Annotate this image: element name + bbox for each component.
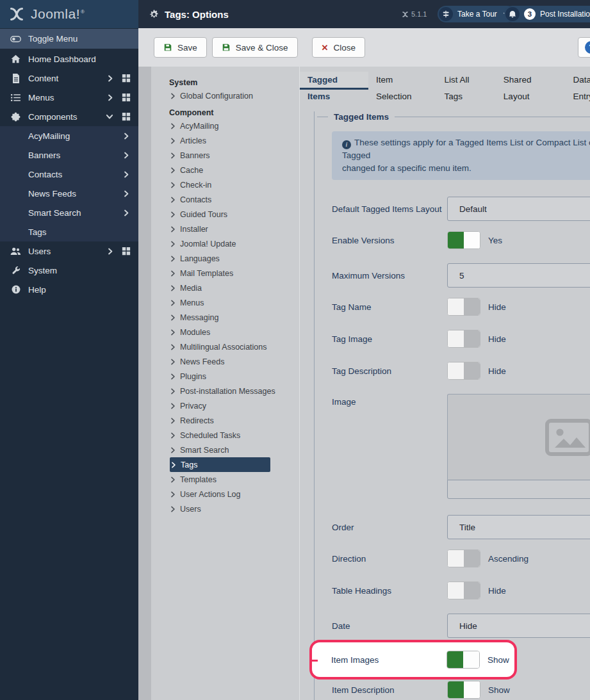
save-button[interactable]: Save [154, 37, 207, 58]
tree-item-label: Installer [180, 225, 208, 234]
tree-item-mail-templates[interactable]: Mail Templates [151, 266, 299, 281]
direction-toggle[interactable] [447, 549, 480, 567]
toggle-track [447, 651, 463, 668]
tree-item-privacy[interactable]: Privacy [151, 398, 299, 413]
sidebar-subitem-label: Tags [28, 227, 47, 237]
image-preview[interactable] [447, 394, 590, 480]
tree-item-users[interactable]: Users [151, 501, 299, 516]
tree-item-label: Global Configuration [180, 92, 253, 101]
inline-help-button[interactable]: ? [578, 37, 590, 58]
image-field [447, 394, 590, 499]
tree-item-check-in[interactable]: Check-in [151, 177, 299, 192]
sidebar-item-toggle-menu[interactable]: Toggle Menu [0, 29, 138, 49]
tree-item-plugins[interactable]: Plugins [151, 369, 299, 384]
tag-image-toggle[interactable] [447, 330, 480, 348]
tree-item-contacts[interactable]: Contacts [151, 192, 299, 207]
info-alert: iThese settings apply for a Tagged Items… [332, 131, 590, 180]
tree-item-user-actions-log[interactable]: User Actions Log [151, 487, 299, 501]
tree-item-menus[interactable]: Menus [151, 295, 299, 310]
wrench-icon [10, 266, 21, 275]
sidebar-subitem-acymailing[interactable]: AcyMailing [0, 126, 138, 145]
sidebar-subitem-label: News Feeds [28, 189, 76, 199]
tree-item-label: Scheduled Tasks [180, 431, 240, 440]
maximum-versions-input[interactable]: 5 [447, 263, 590, 288]
home-icon [10, 54, 21, 63]
chevron-right-icon [170, 476, 176, 483]
chevron-right-icon [170, 138, 176, 144]
sidebar-item-users[interactable]: Users [0, 241, 138, 261]
tab-item-selection[interactable]: Item Selection [368, 72, 436, 90]
sidebar-item-help[interactable]: Help [0, 280, 138, 299]
tree-item-languages[interactable]: Languages [151, 251, 299, 266]
toggle-track [464, 550, 480, 567]
tree-item-modules[interactable]: Modules [151, 325, 299, 339]
sidebar-subitem-smart-search[interactable]: Smart Search [0, 203, 138, 222]
toggle-state-label: Hide [488, 302, 506, 312]
tab-shared-layout[interactable]: Shared Layout [496, 72, 566, 90]
chevron-right-icon [170, 93, 176, 99]
sidebar-subitem-banners[interactable]: Banners [0, 145, 138, 165]
tab-list-all-tags[interactable]: List All Tags [436, 72, 495, 90]
sidebar-item-label: Help [28, 285, 46, 295]
order-select[interactable]: Title [447, 515, 590, 539]
tree-item-guided-tours[interactable]: Guided Tours [151, 207, 299, 222]
tag-name-toggle[interactable] [447, 298, 480, 316]
chevron-right-icon [170, 270, 176, 277]
sidebar-subitem-contacts[interactable]: Contacts [0, 165, 138, 184]
image-input[interactable] [447, 480, 590, 499]
tree-item-tags[interactable]: Tags [170, 457, 270, 472]
tree-item-redirects[interactable]: Redirects [151, 413, 299, 428]
tree-item-post-installation-messages[interactable]: Post-installation Messages [151, 384, 299, 398]
tree-item-label: Redirects [180, 416, 214, 425]
save-and-close-button[interactable]: Save & Close [212, 37, 298, 58]
tree-item-global-configuration[interactable]: Global Configuration [151, 88, 299, 103]
item-images-toggle[interactable] [447, 651, 480, 669]
field-label: Tag Image [332, 334, 447, 344]
tree-item-messaging[interactable]: Messaging [151, 310, 299, 325]
sidebar-item-components[interactable]: Components [0, 107, 138, 126]
date-select[interactable]: Hide [447, 614, 590, 638]
select-value: Hide [459, 621, 477, 631]
chevron-right-icon [170, 241, 176, 247]
table-headings-toggle[interactable] [447, 582, 480, 599]
tree-item-installer[interactable]: Installer [151, 222, 299, 236]
item-description-toggle[interactable] [447, 681, 480, 699]
tab-tagged-items[interactable]: Tagged Items [300, 72, 368, 90]
sidebar-item-home-dashboard[interactable]: Home Dashboard [0, 49, 138, 69]
post-installation-messages-button[interactable]: 3 Post Installation Messa [504, 6, 590, 22]
tree-item-label: News Feeds [180, 357, 224, 366]
field-label: Tag Name [332, 302, 447, 312]
sidebar-subitem-tags[interactable]: Tags [0, 222, 138, 241]
sidebar-item-menus[interactable]: Menus [0, 88, 138, 107]
sidebar-subitem-news-feeds[interactable]: News Feeds [0, 184, 138, 203]
tagged-items-fieldset: Tagged Items iThese settings apply for a… [314, 111, 590, 700]
image-row: Image [332, 394, 590, 499]
sidebar-item-content[interactable]: Content [0, 69, 138, 88]
tree-item-acymailing[interactable]: AcyMailing [151, 118, 299, 133]
enable-versions-toggle[interactable] [447, 231, 480, 249]
tree-item-articles[interactable]: Articles [151, 133, 299, 148]
tree-item-templates[interactable]: Templates [151, 472, 299, 487]
tree-item-smart-search[interactable]: Smart Search [151, 443, 299, 457]
tree-item-media[interactable]: Media [151, 281, 299, 295]
close-button[interactable]: ✕ Close [312, 37, 365, 58]
tree-item-news-feeds[interactable]: News Feeds [151, 354, 299, 369]
tree-item-multilingual-associations[interactable]: Multilingual Associations [151, 339, 299, 354]
chevron-right-icon [170, 403, 176, 409]
tab-data-entry[interactable]: Data Entry [566, 72, 590, 90]
brand[interactable]: Joomla!® [0, 0, 138, 28]
tree-item-cache[interactable]: Cache [151, 163, 299, 177]
sidebar-item-system[interactable]: System [0, 261, 138, 280]
date-row: DateHide [332, 614, 590, 638]
default-tagged-items-layout-select[interactable]: Default [447, 197, 590, 221]
tag-description-toggle[interactable] [447, 362, 480, 380]
tree-item-label: Users [180, 505, 201, 514]
sidebar-subitem-label: Contacts [28, 170, 62, 179]
tree-item-joomla-update[interactable]: Joomla! Update [151, 236, 299, 251]
tree-item-label: Media [180, 284, 202, 293]
tree-item-banners[interactable]: Banners [151, 148, 299, 163]
toggle-track [464, 362, 480, 379]
tree-item-scheduled-tasks[interactable]: Scheduled Tasks [151, 428, 299, 443]
tree-item-label: User Actions Log [180, 490, 241, 499]
chevron-right-icon [170, 211, 176, 218]
